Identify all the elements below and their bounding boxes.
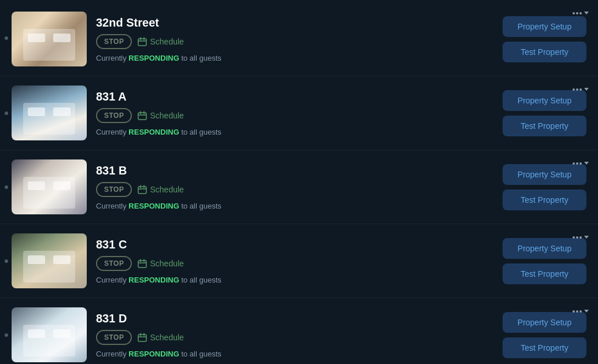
property-name: 831 C (96, 238, 485, 251)
status-responding: RESPONDING (128, 350, 179, 358)
status-suffix: to all guests (181, 276, 221, 284)
property-thumbnail (12, 307, 87, 362)
calendar-icon (138, 185, 147, 194)
menu-dot (573, 12, 575, 14)
property-controls: STOP Schedule (96, 256, 485, 271)
status-suffix: to all guests (181, 350, 221, 358)
calendar-icon (138, 333, 147, 342)
chevron-down-icon (584, 236, 589, 239)
calendar-icon (138, 37, 147, 46)
svg-rect-16 (138, 335, 146, 341)
property-info: 32nd Street STOP Schedule Current (96, 16, 485, 62)
schedule-label: Schedule (150, 259, 183, 268)
svg-rect-4 (138, 113, 146, 120)
property-controls: STOP Schedule (96, 34, 485, 49)
left-indicator (5, 259, 8, 263)
calendar-icon (138, 111, 147, 120)
status-text: Currently RESPONDING to all guests (96, 202, 485, 210)
property-item-831a: 831 A STOP Schedule Currently (0, 76, 598, 150)
menu-dot (576, 236, 578, 239)
schedule-label: Schedule (150, 111, 183, 120)
svg-rect-0 (138, 39, 146, 46)
property-info: 831 B STOP Schedule Currently (96, 164, 485, 210)
test-property-button[interactable]: Test Property (503, 42, 586, 62)
property-setup-button[interactable]: Property Setup (503, 16, 586, 37)
property-actions: Property Setup Test Property (494, 312, 586, 358)
menu-dot (579, 88, 582, 91)
status-responding: RESPONDING (128, 54, 179, 62)
property-thumbnail (12, 86, 87, 140)
menu-dot (579, 12, 582, 14)
chevron-down-icon (584, 12, 589, 14)
status-responding: RESPONDING (128, 276, 179, 284)
property-info: 831 A STOP Schedule Currently (96, 90, 485, 136)
menu-dot (576, 12, 578, 14)
menu-dot (576, 310, 578, 313)
test-property-button[interactable]: Test Property (503, 116, 586, 136)
property-info: 831 D STOP Schedule Currently (96, 312, 485, 358)
property-name: 32nd Street (96, 16, 485, 29)
left-indicator (5, 333, 8, 337)
more-menu-button[interactable] (569, 307, 592, 315)
schedule-label: Schedule (150, 333, 183, 342)
test-property-button[interactable]: Test Property (503, 263, 586, 284)
schedule-link[interactable]: Schedule (138, 37, 183, 46)
more-menu-button[interactable] (569, 233, 592, 241)
status-suffix: to all guests (181, 202, 221, 210)
stop-button[interactable]: STOP (96, 256, 132, 271)
property-actions: Property Setup Test Property (494, 90, 586, 136)
stop-button[interactable]: STOP (96, 108, 132, 123)
property-info: 831 C STOP Schedule Currently (96, 238, 485, 284)
menu-dot (576, 88, 578, 91)
svg-rect-8 (138, 187, 146, 194)
schedule-link[interactable]: Schedule (138, 111, 183, 120)
stop-button[interactable]: STOP (96, 330, 132, 345)
schedule-link[interactable]: Schedule (138, 259, 183, 268)
property-item-831d: 831 D STOP Schedule Currently (0, 298, 598, 364)
calendar-icon (138, 259, 147, 268)
property-actions: Property Setup Test Property (494, 164, 586, 210)
schedule-link[interactable]: Schedule (138, 333, 183, 342)
property-item-32nd-street: 32nd Street STOP Schedule Current (0, 0, 598, 76)
menu-dot (573, 310, 575, 313)
status-prefix: Currently (96, 276, 128, 284)
property-list: 32nd Street STOP Schedule Current (0, 0, 598, 364)
test-property-button[interactable]: Test Property (503, 190, 586, 210)
status-prefix: Currently (96, 54, 128, 62)
stop-button[interactable]: STOP (96, 182, 132, 197)
status-prefix: Currently (96, 350, 128, 358)
more-menu-button[interactable] (569, 9, 592, 17)
status-prefix: Currently (96, 128, 128, 136)
property-item-831b: 831 B STOP Schedule Currently (0, 150, 598, 224)
property-actions: Property Setup Test Property (494, 16, 586, 62)
menu-dot (579, 162, 582, 165)
stop-button[interactable]: STOP (96, 34, 132, 49)
property-name: 831 A (96, 90, 485, 103)
left-indicator (5, 36, 8, 40)
property-controls: STOP Schedule (96, 108, 485, 123)
chevron-down-icon (584, 310, 589, 313)
property-thumbnail (12, 159, 87, 214)
menu-dot (573, 162, 575, 165)
left-indicator (5, 185, 8, 189)
schedule-link[interactable]: Schedule (138, 185, 183, 194)
schedule-label: Schedule (150, 185, 183, 194)
status-text: Currently RESPONDING to all guests (96, 276, 485, 284)
more-menu-button[interactable] (569, 159, 592, 167)
status-responding: RESPONDING (128, 128, 179, 136)
menu-dot (573, 88, 575, 91)
more-menu-button[interactable] (569, 86, 592, 93)
chevron-down-icon (584, 162, 589, 165)
status-responding: RESPONDING (128, 202, 179, 210)
test-property-button[interactable]: Test Property (503, 337, 586, 358)
left-indicator (5, 112, 8, 115)
property-controls: STOP Schedule (96, 330, 485, 345)
property-thumbnail (12, 233, 87, 288)
property-actions: Property Setup Test Property (494, 238, 586, 284)
chevron-down-icon (584, 88, 589, 91)
menu-dot (576, 162, 578, 165)
status-text: Currently RESPONDING to all guests (96, 350, 485, 358)
status-suffix: to all guests (181, 54, 221, 62)
schedule-label: Schedule (150, 37, 183, 46)
status-text: Currently RESPONDING to all guests (96, 54, 485, 62)
